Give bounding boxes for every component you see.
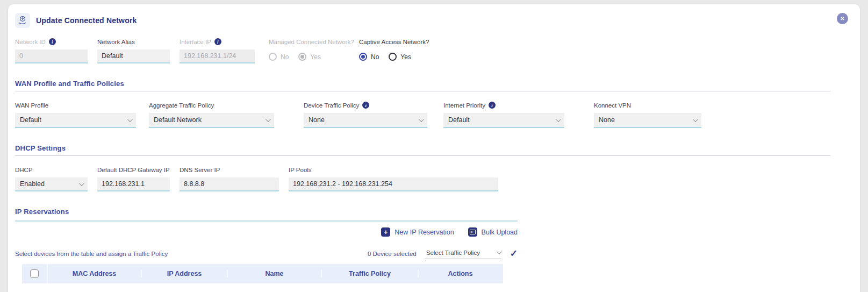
aggregate-policy-field: Aggregate Traffic Policy Default Network: [149, 101, 274, 128]
device-policy-dropdown[interactable]: None: [304, 113, 427, 128]
ip-reservations-section-title: IP Reservations: [15, 208, 860, 216]
interface-ip-input[interactable]: [180, 49, 255, 63]
wan-profile-label: WAN Profile: [15, 102, 48, 109]
internet-priority-info-icon[interactable]: i: [489, 102, 496, 109]
plus-icon: +: [381, 227, 390, 237]
network-id-info-icon[interactable]: i: [49, 38, 56, 45]
device-policy-label: Device Traffic Policy: [304, 102, 359, 109]
radio-circle-checked: [298, 53, 306, 61]
aggregate-policy-label: Aggregate Traffic Policy: [149, 102, 214, 109]
network-id-label: Network ID i: [15, 38, 88, 46]
dhcp-gateway-field: Default DHCP Gateway IP: [97, 166, 170, 191]
captive-network-group: Captive Access Network? No Yes: [359, 38, 429, 61]
select-devices-hint: Select devices from the table and assign…: [15, 251, 168, 257]
managed-network-group: Managed Connected Network? No Yes: [269, 38, 348, 61]
update-connected-network-dialog: Update Connected Network ✕ Network ID i …: [8, 4, 860, 292]
bulk-upload-button[interactable]: Bulk Upload: [468, 227, 518, 237]
interface-ip-field: Interface IP i: [180, 38, 255, 63]
konnect-vpn-label: Konnect VPN: [594, 102, 631, 109]
apply-policy-check-icon[interactable]: ✓: [510, 248, 518, 259]
chevron-down-icon: [497, 249, 502, 254]
wan-profile-dropdown[interactable]: Default: [15, 113, 136, 128]
ip-reservations-table: MAC Address IP Address Name Traffic Poli…: [22, 264, 503, 291]
dhcp-gateway-label: Default DHCP Gateway IP: [97, 167, 170, 173]
dns-server-label: DNS Server IP: [180, 167, 220, 173]
dhcp-gateway-input[interactable]: [97, 177, 170, 191]
wan-section-title: WAN Profile and Traffic Policies: [15, 80, 860, 88]
dhcp-section-divider: [15, 155, 830, 156]
device-policy-field: Device Traffic Policy i None: [304, 101, 427, 128]
radio-circle: [389, 53, 397, 61]
dns-server-field: DNS Server IP: [180, 166, 279, 191]
chevron-down-icon: [127, 117, 133, 122]
column-actions[interactable]: Actions: [419, 270, 502, 277]
column-mac-address[interactable]: MAC Address: [48, 270, 142, 277]
network-alias-label: Network Alias: [97, 38, 170, 46]
wan-section-divider: [15, 91, 830, 91]
internet-priority-label: Internet Priority: [443, 102, 485, 109]
chevron-down-icon: [266, 117, 271, 122]
radio-circle: [269, 53, 277, 61]
captive-no-radio[interactable]: No: [359, 53, 379, 61]
dhcp-dropdown[interactable]: Enabled: [15, 177, 88, 191]
device-policy-info-icon[interactable]: i: [362, 102, 369, 109]
chevron-down-icon: [79, 181, 84, 186]
new-ip-reservation-button[interactable]: + New IP Reservation: [381, 227, 454, 237]
page-background: Update Connected Network ✕ Network ID i …: [0, 0, 868, 292]
network-alias-input[interactable]: [97, 49, 170, 63]
column-name[interactable]: Name: [228, 270, 322, 277]
dhcp-section-title: DHCP Settings: [15, 144, 860, 152]
ip-pools-field: IP Pools: [289, 166, 498, 191]
close-icon[interactable]: ✕: [837, 13, 848, 24]
internet-priority-field: Internet Priority i Default: [443, 101, 564, 128]
column-traffic-policy[interactable]: Traffic Policy: [322, 270, 419, 277]
network-id-input[interactable]: [15, 49, 88, 63]
network-service-icon: [15, 13, 30, 28]
table-header-row: MAC Address IP Address Name Traffic Poli…: [22, 264, 503, 283]
bulk-upload-icon: [468, 227, 477, 237]
select-traffic-policy-dropdown[interactable]: Select Traffic Policy: [425, 248, 501, 259]
device-selected-count: 0 Device selected: [368, 251, 417, 257]
chevron-down-icon: [556, 117, 561, 122]
dhcp-label: DHCP: [15, 167, 33, 173]
chevron-down-icon: [419, 117, 424, 122]
interface-ip-info-icon[interactable]: i: [214, 38, 221, 45]
dns-server-input[interactable]: [180, 177, 279, 191]
select-all-checkbox[interactable]: [30, 269, 39, 278]
captive-yes-radio[interactable]: Yes: [389, 53, 411, 61]
wan-profile-field: WAN Profile Default: [15, 101, 136, 128]
table-body-empty: [22, 283, 503, 291]
captive-network-label: Captive Access Network?: [359, 38, 429, 46]
managed-network-label: Managed Connected Network?: [269, 38, 348, 46]
dialog-title: Update Connected Network: [36, 16, 137, 25]
managed-yes-radio[interactable]: Yes: [298, 53, 321, 61]
dhcp-field: DHCP Enabled: [15, 166, 88, 191]
konnect-vpn-field: Konnect VPN None: [594, 101, 701, 128]
ip-pools-label: IP Pools: [289, 167, 312, 173]
interface-ip-label: Interface IP i: [180, 38, 255, 46]
network-id-field: Network ID i: [15, 38, 88, 63]
konnect-vpn-dropdown[interactable]: None: [594, 113, 701, 128]
aggregate-policy-dropdown[interactable]: Default Network: [149, 113, 274, 128]
network-alias-field: Network Alias: [97, 38, 170, 63]
ip-reservations-divider: [15, 220, 518, 222]
chevron-down-icon: [693, 117, 698, 122]
radio-circle-checked: [359, 53, 367, 61]
column-ip-address[interactable]: IP Address: [142, 270, 228, 277]
ip-pools-input[interactable]: [289, 177, 498, 191]
managed-no-radio[interactable]: No: [269, 53, 289, 61]
dialog-header: Update Connected Network: [15, 13, 860, 28]
internet-priority-dropdown[interactable]: Default: [443, 113, 564, 128]
